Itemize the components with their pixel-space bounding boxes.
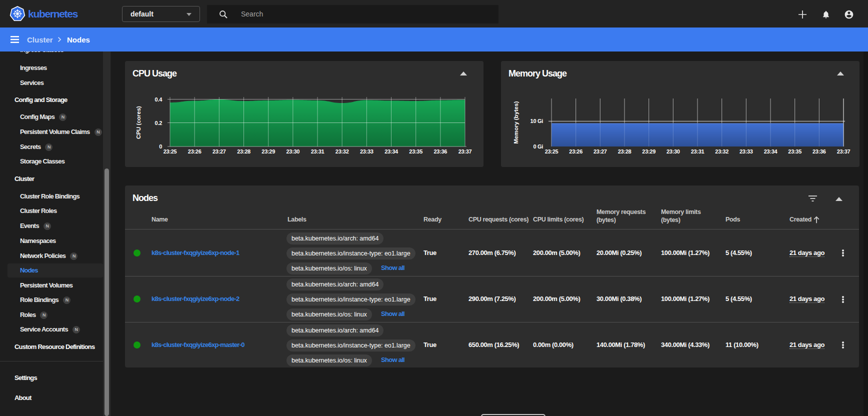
- svg-text:23:32: 23:32: [336, 148, 349, 154]
- svg-text:23:30: 23:30: [666, 148, 680, 154]
- svg-text:23:28: 23:28: [618, 148, 632, 154]
- svg-text:10 Gi: 10 Gi: [530, 118, 544, 124]
- svg-text:23:31: 23:31: [691, 148, 704, 154]
- svg-text:23:36: 23:36: [812, 148, 826, 154]
- svg-text:0.4: 0.4: [155, 96, 163, 102]
- svg-text:23:25: 23:25: [545, 148, 558, 154]
- svg-text:23:34: 23:34: [384, 148, 398, 154]
- svg-text:23:27: 23:27: [212, 148, 226, 154]
- svg-text:23:36: 23:36: [434, 148, 448, 154]
- svg-text:0.2: 0.2: [155, 120, 162, 126]
- svg-text:23:29: 23:29: [262, 148, 275, 154]
- svg-text:CPU (cores): CPU (cores): [136, 106, 142, 139]
- svg-text:23:37: 23:37: [458, 148, 472, 154]
- svg-text:23:29: 23:29: [642, 148, 656, 154]
- svg-text:23:33: 23:33: [740, 148, 753, 154]
- svg-text:0: 0: [159, 144, 162, 150]
- svg-text:0 Gi: 0 Gi: [533, 144, 543, 150]
- svg-text:23:34: 23:34: [764, 148, 778, 154]
- svg-text:23:32: 23:32: [715, 148, 728, 154]
- svg-text:23:27: 23:27: [594, 148, 607, 154]
- svg-text:23:30: 23:30: [286, 148, 300, 154]
- svg-text:23:35: 23:35: [409, 148, 422, 154]
- svg-text:23:33: 23:33: [360, 148, 374, 154]
- svg-text:23:35: 23:35: [788, 148, 802, 154]
- svg-text:23:26: 23:26: [188, 148, 202, 154]
- svg-text:23:25: 23:25: [164, 148, 177, 154]
- svg-text:23:37: 23:37: [837, 148, 850, 154]
- svg-text:23:31: 23:31: [311, 148, 324, 154]
- svg-text:23:28: 23:28: [237, 148, 250, 154]
- svg-text:Memory (bytes): Memory (bytes): [513, 101, 519, 144]
- svg-text:23:26: 23:26: [569, 148, 582, 154]
